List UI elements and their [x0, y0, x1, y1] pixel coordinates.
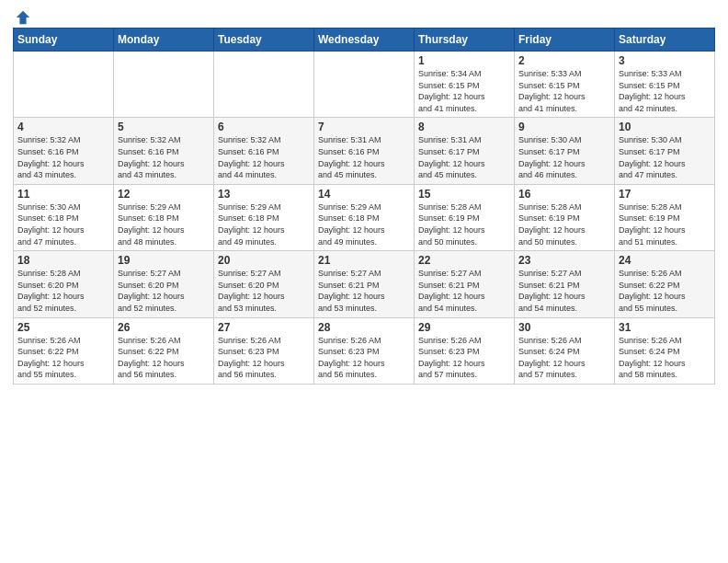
- day-number: 25: [17, 321, 109, 334]
- day-number: 20: [218, 254, 310, 267]
- day-info: Sunrise: 5:30 AMSunset: 6:18 PMDaylight:…: [17, 201, 109, 247]
- main-container: SundayMondayTuesdayWednesdayThursdayFrid…: [0, 0, 728, 563]
- day-number: 11: [17, 188, 109, 201]
- day-info: Sunrise: 5:28 AMSunset: 6:19 PMDaylight:…: [619, 201, 711, 247]
- calendar-week-row-4: 18Sunrise: 5:28 AMSunset: 6:20 PMDayligh…: [14, 251, 715, 317]
- calendar-cell: 15Sunrise: 5:28 AMSunset: 6:19 PMDayligh…: [415, 184, 515, 250]
- weekday-header-row: SundayMondayTuesdayWednesdayThursdayFrid…: [14, 29, 715, 52]
- day-number: 7: [318, 121, 410, 133]
- calendar-cell: 7Sunrise: 5:31 AMSunset: 6:16 PMDaylight…: [314, 118, 415, 184]
- calendar-cell: 6Sunrise: 5:32 AMSunset: 6:16 PMDaylight…: [214, 118, 314, 184]
- weekday-header-thursday: Thursday: [415, 29, 515, 52]
- day-number: 14: [318, 188, 410, 201]
- calendar-cell: 18Sunrise: 5:28 AMSunset: 6:20 PMDayligh…: [14, 251, 114, 317]
- calendar-cell: 19Sunrise: 5:27 AMSunset: 6:20 PMDayligh…: [114, 251, 214, 317]
- calendar-cell: 21Sunrise: 5:27 AMSunset: 6:21 PMDayligh…: [314, 251, 415, 317]
- calendar-cell: 31Sunrise: 5:26 AMSunset: 6:24 PMDayligh…: [615, 317, 715, 384]
- calendar-cell: 30Sunrise: 5:26 AMSunset: 6:24 PMDayligh…: [515, 317, 615, 384]
- day-number: 22: [418, 254, 510, 267]
- day-number: 16: [518, 188, 610, 201]
- calendar-week-row-2: 4Sunrise: 5:32 AMSunset: 6:16 PMDaylight…: [14, 118, 715, 184]
- calendar-cell: 13Sunrise: 5:29 AMSunset: 6:18 PMDayligh…: [214, 184, 314, 250]
- day-info: Sunrise: 5:26 AMSunset: 6:22 PMDaylight:…: [118, 335, 210, 381]
- day-info: Sunrise: 5:32 AMSunset: 6:16 PMDaylight:…: [17, 134, 109, 180]
- calendar-cell: 2Sunrise: 5:33 AMSunset: 6:15 PMDaylight…: [515, 52, 615, 118]
- day-info: Sunrise: 5:27 AMSunset: 6:20 PMDaylight:…: [118, 268, 210, 314]
- calendar-cell: 1Sunrise: 5:34 AMSunset: 6:15 PMDaylight…: [415, 52, 515, 118]
- day-number: 15: [418, 188, 510, 201]
- calendar-cell: [314, 52, 415, 118]
- day-info: Sunrise: 5:26 AMSunset: 6:23 PMDaylight:…: [418, 335, 510, 381]
- day-number: 10: [619, 121, 711, 133]
- day-number: 17: [619, 188, 711, 201]
- calendar-cell: 16Sunrise: 5:28 AMSunset: 6:19 PMDayligh…: [515, 184, 615, 250]
- day-info: Sunrise: 5:27 AMSunset: 6:21 PMDaylight:…: [318, 268, 410, 314]
- day-number: 1: [418, 54, 510, 67]
- calendar-cell: 26Sunrise: 5:26 AMSunset: 6:22 PMDayligh…: [114, 317, 214, 384]
- calendar-cell: 5Sunrise: 5:32 AMSunset: 6:16 PMDaylight…: [114, 118, 214, 184]
- day-info: Sunrise: 5:26 AMSunset: 6:24 PMDaylight:…: [518, 335, 610, 381]
- day-info: Sunrise: 5:32 AMSunset: 6:16 PMDaylight:…: [118, 134, 210, 180]
- day-number: 31: [619, 321, 711, 334]
- day-info: Sunrise: 5:28 AMSunset: 6:19 PMDaylight:…: [518, 201, 610, 247]
- day-info: Sunrise: 5:29 AMSunset: 6:18 PMDaylight:…: [318, 201, 410, 247]
- weekday-header-sunday: Sunday: [14, 29, 114, 52]
- day-number: 3: [619, 54, 711, 67]
- calendar-cell: 12Sunrise: 5:29 AMSunset: 6:18 PMDayligh…: [114, 184, 214, 250]
- calendar-cell: 17Sunrise: 5:28 AMSunset: 6:19 PMDayligh…: [615, 184, 715, 250]
- logo: [13, 9, 31, 22]
- day-number: 23: [518, 254, 610, 267]
- day-info: Sunrise: 5:31 AMSunset: 6:17 PMDaylight:…: [418, 134, 510, 180]
- day-info: Sunrise: 5:30 AMSunset: 6:17 PMDaylight:…: [518, 134, 610, 180]
- day-info: Sunrise: 5:31 AMSunset: 6:16 PMDaylight:…: [318, 134, 410, 180]
- day-info: Sunrise: 5:33 AMSunset: 6:15 PMDaylight:…: [518, 68, 610, 114]
- day-info: Sunrise: 5:30 AMSunset: 6:17 PMDaylight:…: [619, 134, 711, 180]
- calendar-cell: [114, 52, 214, 118]
- calendar-cell: 29Sunrise: 5:26 AMSunset: 6:23 PMDayligh…: [415, 317, 515, 384]
- day-number: 19: [118, 254, 210, 267]
- day-info: Sunrise: 5:26 AMSunset: 6:24 PMDaylight:…: [619, 335, 711, 381]
- weekday-header-wednesday: Wednesday: [314, 29, 415, 52]
- logo-icon: [15, 9, 31, 26]
- day-info: Sunrise: 5:27 AMSunset: 6:21 PMDaylight:…: [518, 268, 610, 314]
- day-info: Sunrise: 5:28 AMSunset: 6:19 PMDaylight:…: [418, 201, 510, 247]
- calendar-week-row-1: 1Sunrise: 5:34 AMSunset: 6:15 PMDaylight…: [14, 52, 715, 118]
- calendar-cell: 22Sunrise: 5:27 AMSunset: 6:21 PMDayligh…: [415, 251, 515, 317]
- day-info: Sunrise: 5:27 AMSunset: 6:21 PMDaylight:…: [418, 268, 510, 314]
- day-number: 28: [318, 321, 410, 334]
- day-info: Sunrise: 5:28 AMSunset: 6:20 PMDaylight:…: [17, 268, 109, 314]
- day-number: 29: [418, 321, 510, 334]
- day-info: Sunrise: 5:26 AMSunset: 6:22 PMDaylight:…: [17, 335, 109, 381]
- day-number: 4: [17, 121, 109, 133]
- day-number: 12: [118, 188, 210, 201]
- calendar-cell: 3Sunrise: 5:33 AMSunset: 6:15 PMDaylight…: [615, 52, 715, 118]
- day-info: Sunrise: 5:26 AMSunset: 6:23 PMDaylight:…: [218, 335, 310, 381]
- day-number: 27: [218, 321, 310, 334]
- day-number: 6: [218, 121, 310, 133]
- svg-marker-0: [17, 11, 29, 24]
- day-info: Sunrise: 5:32 AMSunset: 6:16 PMDaylight:…: [218, 134, 310, 180]
- calendar-cell: [214, 52, 314, 118]
- calendar-cell: 8Sunrise: 5:31 AMSunset: 6:17 PMDaylight…: [415, 118, 515, 184]
- day-number: 30: [518, 321, 610, 334]
- header: [13, 9, 715, 22]
- day-info: Sunrise: 5:27 AMSunset: 6:20 PMDaylight:…: [218, 268, 310, 314]
- day-info: Sunrise: 5:29 AMSunset: 6:18 PMDaylight:…: [218, 201, 310, 247]
- calendar-cell: 28Sunrise: 5:26 AMSunset: 6:23 PMDayligh…: [314, 317, 415, 384]
- logo-text: [13, 9, 31, 26]
- calendar-cell: 10Sunrise: 5:30 AMSunset: 6:17 PMDayligh…: [615, 118, 715, 184]
- day-info: Sunrise: 5:26 AMSunset: 6:23 PMDaylight:…: [318, 335, 410, 381]
- day-number: 26: [118, 321, 210, 334]
- weekday-header-monday: Monday: [114, 29, 214, 52]
- calendar-cell: 20Sunrise: 5:27 AMSunset: 6:20 PMDayligh…: [214, 251, 314, 317]
- day-number: 24: [619, 254, 711, 267]
- day-info: Sunrise: 5:34 AMSunset: 6:15 PMDaylight:…: [418, 68, 510, 114]
- calendar-week-row-3: 11Sunrise: 5:30 AMSunset: 6:18 PMDayligh…: [14, 184, 715, 250]
- calendar-table: SundayMondayTuesdayWednesdayThursdayFrid…: [13, 28, 715, 385]
- day-number: 2: [518, 54, 610, 67]
- day-info: Sunrise: 5:26 AMSunset: 6:22 PMDaylight:…: [619, 268, 711, 314]
- day-number: 9: [518, 121, 610, 133]
- calendar-cell: 4Sunrise: 5:32 AMSunset: 6:16 PMDaylight…: [14, 118, 114, 184]
- calendar-cell: 27Sunrise: 5:26 AMSunset: 6:23 PMDayligh…: [214, 317, 314, 384]
- day-number: 5: [118, 121, 210, 133]
